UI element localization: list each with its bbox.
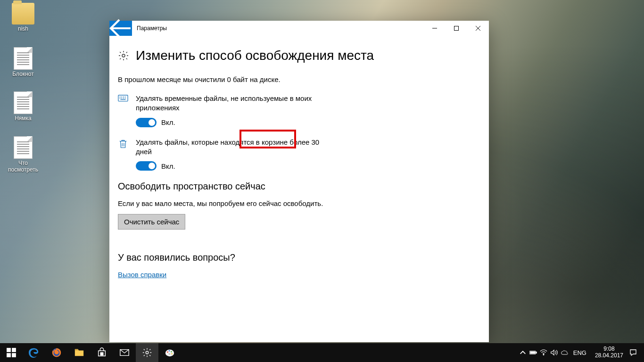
svg-rect-6 [12, 353, 16, 357]
battery-icon[interactable] [529, 348, 537, 357]
desktop-doc-nyamka[interactable]: Нямка [6, 91, 41, 122]
desktop: nish Блокнот Нямка Что посмотреть Параме… [0, 0, 644, 362]
svg-rect-9 [102, 353, 103, 354]
clock-date: 28.04.2017 [595, 353, 623, 359]
setting-temp-files: Удалять временные файлы, не используемые… [118, 94, 480, 127]
window-content: Изменить способ освобождения места В про… [109, 36, 489, 342]
svg-rect-5 [7, 353, 11, 357]
desktop-doc-chtoposmotret[interactable]: Что посмотреть [6, 136, 41, 173]
clock[interactable]: 9:08 28.04.2017 [591, 346, 627, 359]
svg-point-17 [171, 353, 173, 354]
desktop-icon-label: Что посмотреть [6, 160, 41, 173]
document-icon [14, 91, 33, 114]
document-icon [14, 47, 33, 70]
taskbar-settings[interactable] [136, 343, 158, 362]
folder-icon [12, 3, 34, 25]
desktop-doc-bloknot[interactable]: Блокнот [6, 47, 41, 77]
taskbar-file-explorer[interactable] [68, 343, 91, 362]
toggle-state-label: Вкл. [161, 118, 175, 126]
help-link[interactable]: Вызов справки [118, 271, 166, 279]
settings-window: Параметры Изменить способ освобождения м… [109, 21, 489, 342]
trash-icon [118, 139, 128, 149]
svg-rect-19 [536, 352, 537, 353]
svg-point-1 [122, 54, 125, 57]
setting-label: Удалять файлы, которые находятся в корзи… [136, 138, 324, 157]
clock-time: 9:08 [595, 346, 623, 353]
desktop-icon-label: nish [6, 25, 41, 32]
document-icon [14, 136, 33, 159]
svg-rect-0 [454, 26, 459, 31]
svg-rect-4 [12, 348, 16, 352]
start-button[interactable] [0, 343, 23, 362]
svg-point-16 [171, 351, 172, 353]
svg-rect-11 [102, 354, 103, 355]
taskbar-store[interactable] [91, 343, 113, 362]
desktop-icon-label: Блокнот [6, 71, 41, 77]
system-tray: ENG 9:08 28.04.2017 [519, 343, 644, 362]
free-space-heading: Освободить пространство сейчас [118, 181, 480, 192]
taskbar: ENG 9:08 28.04.2017 [0, 343, 644, 362]
action-center-icon[interactable] [629, 348, 637, 357]
titlebar: Параметры [109, 21, 489, 36]
keyboard-icon [118, 95, 128, 105]
page-heading: Изменить способ освобождения места [136, 48, 374, 63]
svg-rect-8 [100, 353, 101, 354]
onedrive-icon[interactable] [560, 348, 569, 357]
svg-point-12 [146, 351, 149, 354]
help-heading: У вас появились вопросы? [118, 252, 480, 263]
volume-icon[interactable] [550, 348, 558, 357]
close-button[interactable] [467, 21, 489, 36]
free-space-text: Если у вас мало места, мы попробуем его … [118, 199, 480, 207]
tray-chevron-up-icon[interactable] [519, 348, 527, 357]
taskbar-edge[interactable] [23, 343, 45, 362]
setting-label: Удалять временные файлы, не используемые… [136, 94, 324, 113]
svg-point-21 [543, 354, 544, 355]
svg-rect-3 [7, 348, 11, 352]
desktop-folder-nish[interactable]: nish [6, 3, 41, 32]
svg-point-15 [169, 350, 170, 352]
svg-rect-20 [530, 352, 535, 354]
minimize-button[interactable] [424, 21, 446, 36]
clean-now-button[interactable]: Очистить сейчас [118, 214, 185, 230]
toggle-temp-files[interactable] [136, 118, 157, 127]
taskbar-firefox[interactable] [45, 343, 68, 362]
wifi-icon[interactable] [539, 348, 548, 357]
taskbar-paint[interactable] [158, 343, 181, 362]
gear-icon [118, 50, 129, 61]
toggle-state-label: Вкл. [161, 162, 175, 170]
cleanup-status: В прошлом месяце мы очистили 0 байт на д… [118, 75, 480, 83]
svg-rect-10 [100, 354, 101, 355]
maximize-button[interactable] [446, 21, 467, 36]
back-button[interactable] [109, 21, 132, 36]
svg-point-14 [167, 352, 168, 353]
toggle-recycle-bin[interactable] [136, 161, 157, 171]
window-title: Параметры [132, 21, 172, 36]
desktop-icon-label: Нямка [6, 115, 41, 122]
taskbar-mail[interactable] [113, 343, 136, 362]
setting-recycle-bin: Удалять файлы, которые находятся в корзи… [118, 138, 480, 171]
language-indicator[interactable]: ENG [570, 349, 589, 356]
